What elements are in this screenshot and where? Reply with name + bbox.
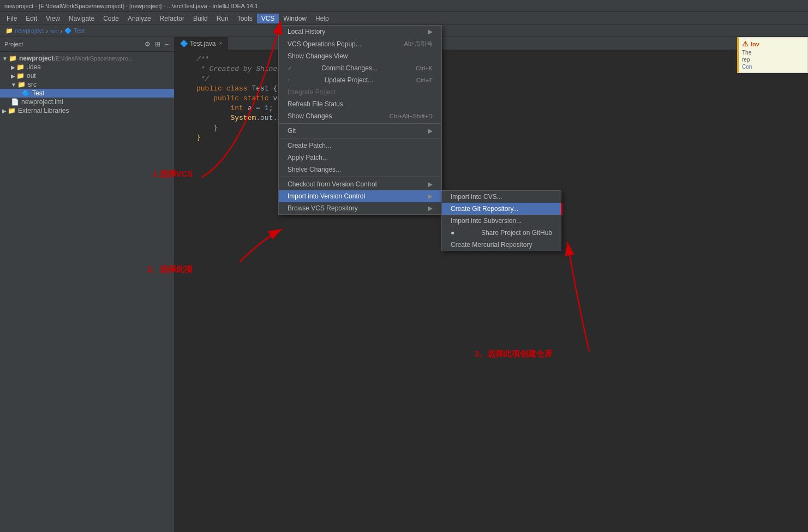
line-num-6 xyxy=(175,104,196,113)
vcs-menu-create-patch[interactable]: Create Patch... xyxy=(279,140,441,152)
checkout-arrow-icon: ▶ xyxy=(428,180,433,188)
tree-item-test[interactable]: 🔷 Test xyxy=(0,89,174,98)
tree-label-src: src xyxy=(28,81,37,88)
tree-item-src[interactable]: ▼ 📁 src xyxy=(0,80,174,89)
show-changes-shortcut: Ctrl+Alt+Shift+D xyxy=(390,113,433,119)
git-arrow-icon: ▶ xyxy=(428,127,433,135)
tree-label-out: out xyxy=(27,72,36,80)
line-num-7 xyxy=(175,113,196,123)
arrow-icon: ▶ xyxy=(428,28,433,35)
tree-item-out[interactable]: ▶ 📁 out xyxy=(0,71,174,80)
tab-label: 🔷 Test.java xyxy=(180,40,216,47)
import-svn-label: Import into Subversion... xyxy=(451,217,522,225)
menu-run[interactable]: Run xyxy=(212,14,233,23)
menu-analyze[interactable]: Analyze xyxy=(123,14,155,23)
warning-icon: ⚠ xyxy=(742,40,749,48)
title-text: newproject - [E:\IdealWorkSpace\newproje… xyxy=(4,3,258,9)
editor-area: 🔷 Test.java × /** * Created by ShineLe..… xyxy=(175,37,808,532)
vcs-menu-refresh[interactable]: Refresh File Status xyxy=(279,98,441,110)
file-icon-test: 🔷 xyxy=(22,89,30,97)
menu-build[interactable]: Build xyxy=(189,14,212,23)
vcs-menu-local-history[interactable]: Local History ▶ xyxy=(279,26,441,38)
code-line-3: */ xyxy=(175,74,808,84)
vcs-menu-browse[interactable]: Browse VCS Repository ▶ xyxy=(279,202,441,214)
sep3 xyxy=(279,177,441,177)
import-arrow-icon: ▶ xyxy=(428,192,433,200)
import-label: Import into Version Control xyxy=(288,192,365,200)
vcs-menu-show-changes-view[interactable]: Show Changes View xyxy=(279,50,441,62)
vcs-menu-apply-patch[interactable]: Apply Patch... xyxy=(279,152,441,164)
tree-arrow-src: ▼ xyxy=(11,82,16,88)
breadcrumb-sep1: › xyxy=(46,28,48,34)
browse-label: Browse VCS Repository xyxy=(288,204,358,212)
vcs-menu-import[interactable]: Import into Version Control ▶ Import int… xyxy=(279,190,441,202)
share-github-label: Share Project on GitHub xyxy=(481,229,552,237)
menu-tools[interactable]: Tools xyxy=(233,14,257,23)
code-line-2: * Created by ShineLe... xyxy=(175,64,808,74)
share-github[interactable]: ● Share Project on GitHub xyxy=(442,227,561,239)
shelve-label: Shelve Changes... xyxy=(288,166,341,173)
tree-label-ext: External Libraries xyxy=(18,107,69,114)
menu-code[interactable]: Code xyxy=(99,14,123,23)
tree-item-newproject[interactable]: ▼ 📁 newproject (E:\IdealWorkSpace\newpro… xyxy=(0,54,174,63)
import-cvs[interactable]: Import into CVS... xyxy=(442,191,561,203)
breadcrumb-src[interactable]: src xyxy=(50,28,58,34)
code-line-8: } xyxy=(175,123,808,133)
menu-help[interactable]: Help xyxy=(311,14,333,23)
vcs-menu-git[interactable]: Git ▶ xyxy=(279,125,441,137)
tree-arrow-ext: ▶ xyxy=(2,108,7,114)
tree-item-iml[interactable]: 📄 newproject.iml xyxy=(0,98,174,106)
tab-test-java[interactable]: 🔷 Test.java × xyxy=(175,37,228,50)
menu-view[interactable]: View xyxy=(41,14,64,23)
tree-label-iml: newproject.iml xyxy=(21,98,63,106)
import-cvs-label: Import into CVS... xyxy=(451,193,502,201)
tree-arrow-idea: ▶ xyxy=(11,64,15,70)
sidebar-title: Project xyxy=(4,41,23,47)
commit-label: Commit Changes... xyxy=(321,64,378,72)
import-subversion[interactable]: Import into Subversion... xyxy=(442,215,561,227)
vcs-menu-operations-popup[interactable]: VCS Operations Popup... Alt+后引号 xyxy=(279,38,441,50)
tree-item-ext[interactable]: ▶ 📁 External Libraries xyxy=(0,106,174,115)
line-num-8 xyxy=(175,123,196,133)
folder-icon-src: 📁 xyxy=(17,81,26,88)
project-tree: ▼ 📁 newproject (E:\IdealWorkSpace\newpro… xyxy=(0,52,174,532)
notif-line2: rep xyxy=(742,57,750,63)
editor-content[interactable]: /** * Created by ShineLe... */ public cl… xyxy=(175,50,808,532)
create-mercurial[interactable]: Create Mercurial Repository xyxy=(442,239,561,251)
checkout-label: Checkout from Version Control xyxy=(288,180,376,188)
folder-icon-out: 📁 xyxy=(16,72,25,80)
notif-link[interactable]: Con xyxy=(742,64,752,70)
code-line-7: System.out.p... xyxy=(175,113,808,123)
vcs-menu-shelve[interactable]: Shelve Changes... xyxy=(279,164,441,176)
tree-item-idea[interactable]: ▶ 📁 .idea xyxy=(0,63,174,71)
vcs-menu-show-changes[interactable]: Show Changes Ctrl+Alt+Shift+D xyxy=(279,110,441,122)
code-line-1: /** xyxy=(175,55,808,64)
create-git-repo[interactable]: Create Git Repository... xyxy=(442,203,561,215)
collapse-icon[interactable]: – xyxy=(164,39,170,49)
breadcrumb-project[interactable]: 📁 newproject xyxy=(5,27,44,34)
menu-edit[interactable]: Edit xyxy=(21,14,41,23)
title-bar: newproject - [E:\IdealWorkSpace\newproje… xyxy=(0,0,808,12)
tree-label-idea: .idea xyxy=(27,63,41,71)
line-num-9 xyxy=(175,133,196,143)
show-changes-label: Show Changes xyxy=(288,112,332,120)
menu-navigate[interactable]: Navigate xyxy=(64,14,99,23)
tree-label-test: Test xyxy=(32,89,44,97)
vcs-menu-commit[interactable]: ✓ Commit Changes... Ctrl+K xyxy=(279,62,441,74)
breadcrumb-test[interactable]: 🔷 Test xyxy=(64,27,85,34)
menu-file[interactable]: File xyxy=(2,14,21,23)
menu-window[interactable]: Window xyxy=(279,14,311,23)
operations-popup-shortcut: Alt+后引号 xyxy=(404,40,433,48)
menu-vcs[interactable]: VCS xyxy=(257,14,279,23)
code-line-6: int a = 1; xyxy=(175,104,808,113)
tree-arrow-newproject: ▼ xyxy=(2,56,8,62)
folder-icon: 📁 xyxy=(9,55,17,62)
tab-close-icon[interactable]: × xyxy=(219,40,222,46)
vcs-menu-checkout[interactable]: Checkout from Version Control ▶ xyxy=(279,178,441,190)
line-num-4 xyxy=(175,84,196,94)
code-line-9: } xyxy=(175,133,808,143)
sync-icon[interactable]: ⚙ xyxy=(143,39,152,49)
settings-icon[interactable]: ⊞ xyxy=(154,39,161,49)
vcs-menu-update[interactable]: ↑ Update Project... Ctrl+T xyxy=(279,74,441,86)
menu-refactor[interactable]: Refactor xyxy=(155,14,189,23)
